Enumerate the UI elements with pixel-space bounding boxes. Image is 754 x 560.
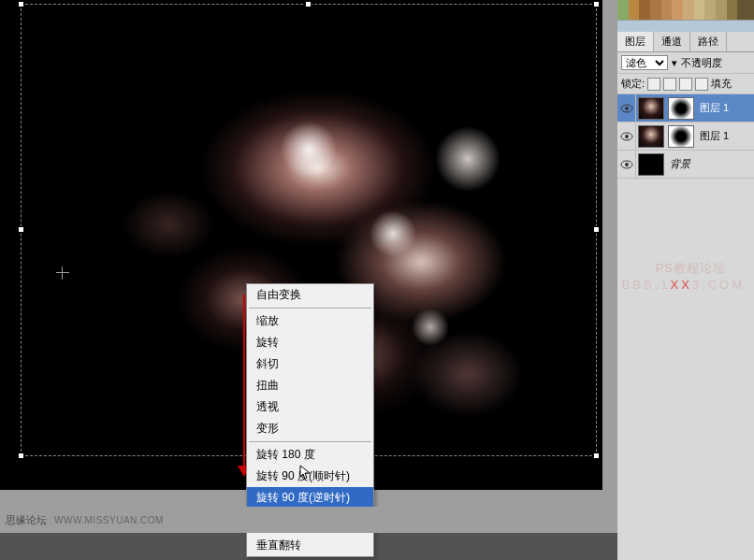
menu-rotate-90-ccw[interactable]: 旋转 90 度(逆时针) (247, 487, 373, 509)
menu-rotate[interactable]: 旋转 (247, 332, 373, 353)
layer-name[interactable]: 图层 1 (700, 101, 729, 115)
eye-icon (620, 160, 633, 169)
menu-scale[interactable]: 缩放 (247, 310, 373, 332)
menu-perspective[interactable]: 透视 (247, 396, 373, 418)
layer-options-row: 滤色 ▾ 不透明度 (617, 52, 754, 74)
layer-row[interactable]: 图层 1 (617, 122, 754, 151)
menu-flip-vertical[interactable]: 垂直翻转 (247, 535, 373, 556)
menu-warp[interactable]: 变形 (247, 418, 373, 439)
lock-pixels-icon[interactable] (663, 78, 676, 91)
menu-free-transform[interactable]: 自由变换 (247, 284, 373, 306)
transform-center-icon[interactable] (56, 266, 69, 280)
tab-layers[interactable]: 图层 (617, 32, 654, 51)
watermark-part: 3.COM (692, 278, 745, 292)
cursor-pointer-icon (299, 465, 312, 481)
lock-options-row: 锁定: 填充 (617, 74, 754, 94)
svg-point-5 (625, 163, 629, 166)
blend-mode-select[interactable]: 滤色 (621, 55, 668, 70)
lock-label: 锁定: (621, 77, 645, 91)
eye-icon (620, 104, 633, 113)
watermark-line1: PS教程论坛 (656, 260, 726, 277)
lock-all-icon[interactable] (695, 78, 708, 91)
visibility-toggle[interactable] (617, 122, 636, 150)
menu-skew[interactable]: 斜切 (247, 353, 373, 375)
layer-thumbnail[interactable] (638, 97, 664, 120)
layer-name[interactable]: 图层 1 (700, 129, 729, 143)
layer-thumbnail[interactable] (638, 125, 664, 148)
menu-separator (249, 441, 371, 442)
layer-row-background[interactable]: 背景 (617, 151, 754, 179)
panel-tabs: 图层 通道 路径 (617, 32, 754, 52)
watermark-xx: XX (670, 278, 691, 292)
visibility-toggle[interactable] (617, 94, 636, 122)
svg-point-3 (625, 135, 629, 138)
layer-name[interactable]: 背景 (670, 157, 690, 171)
annotation-arrow-line (243, 294, 245, 472)
layer-row-active[interactable]: 图层 1 (617, 94, 754, 122)
lock-position-icon[interactable] (679, 78, 692, 91)
menu-rotate-180[interactable]: 旋转 180 度 (247, 444, 373, 466)
menu-distort[interactable]: 扭曲 (247, 375, 373, 396)
tab-paths[interactable]: 路径 (690, 32, 727, 51)
watermark-line2: BBS.1XX3.COM (622, 278, 745, 292)
panel-divider (617, 21, 754, 32)
chevron-down-icon[interactable]: ▾ (672, 57, 677, 69)
layer-mask-thumbnail[interactable] (668, 125, 694, 148)
visibility-toggle[interactable] (617, 151, 636, 178)
watermark-part: BBS.1 (622, 278, 671, 292)
layer-mask-thumbnail[interactable] (668, 97, 694, 120)
footer-bar: 思缘论坛 WWW.MISSYUAN.COM (0, 507, 617, 533)
footer-url: WWW.MISSYUAN.COM (54, 515, 164, 525)
svg-point-1 (625, 107, 629, 110)
footer-site-name: 思缘论坛 (6, 513, 47, 527)
eye-icon (620, 132, 633, 141)
swatches-strip[interactable] (617, 0, 754, 21)
tab-channels[interactable]: 通道 (654, 32, 690, 51)
menu-separator (249, 308, 371, 309)
fill-label: 填充 (711, 77, 732, 91)
canvas-workspace: 自由变换 缩放 旋转 斜切 扭曲 透视 变形 旋转 180 度 旋转 90 度(… (0, 0, 617, 533)
layer-thumbnail[interactable] (638, 153, 664, 176)
opacity-label: 不透明度 (681, 56, 722, 70)
lock-transparency-icon[interactable] (647, 78, 660, 91)
